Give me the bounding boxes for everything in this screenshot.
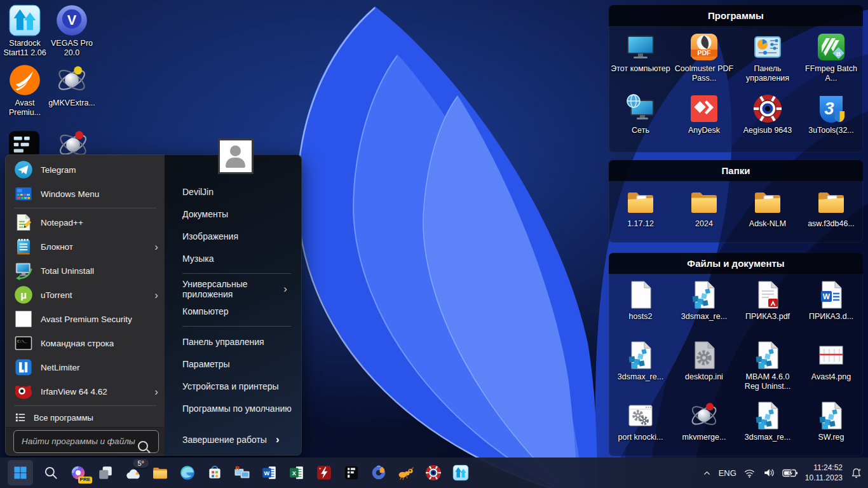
fence-item[interactable]: desktop.ini — [674, 340, 735, 400]
fence-item[interactable]: SW.reg — [801, 400, 862, 456]
start-menu-item-netlimiter[interactable]: NetLimiter — [6, 355, 165, 379]
task-view-button[interactable] — [96, 461, 115, 484]
chevron-right-icon: › — [154, 386, 158, 397]
pdf-file-icon — [752, 280, 783, 310]
user-name-link[interactable]: DevilJin — [182, 180, 301, 203]
settings-link[interactable]: Параметры — [182, 353, 301, 375]
fence-item[interactable]: MBAM 4.6.0 Reg Uninst... — [737, 340, 798, 400]
fence-title[interactable]: Программы — [609, 5, 863, 26]
puzzle-app-icon — [370, 464, 387, 481]
desktop-icon-avast[interactable]: Avast Premiu... — [0, 64, 50, 118]
fence-item[interactable]: ПРИКАЗ.pdf — [737, 280, 798, 340]
divider — [14, 405, 156, 406]
shutdown-button[interactable]: Завершение работы› — [182, 434, 280, 445]
word-icon — [261, 464, 278, 481]
fence-item[interactable]: 3dsmax_re... — [610, 340, 671, 400]
wifi-icon[interactable] — [743, 467, 756, 479]
fence-item[interactable]: 3dsmax_re... — [674, 280, 735, 340]
start-menu-item-irfanview[interactable]: IrfanView 64 4.62› — [6, 379, 165, 403]
search-input[interactable] — [13, 430, 159, 453]
tray-chevron-up-icon[interactable] — [702, 468, 712, 478]
fence-item[interactable]: hosts2 — [610, 280, 671, 340]
fence-item[interactable]: asw.f3db46... — [801, 187, 862, 243]
start-menu-item-notepad[interactable]: Блокнот› — [6, 234, 165, 259]
ant-icon — [398, 464, 414, 481]
radmin-button[interactable] — [233, 461, 252, 484]
music-link[interactable]: Музыка — [182, 247, 301, 269]
fence-item[interactable]: AnyDesk — [674, 93, 735, 152]
battery-icon[interactable] — [782, 468, 798, 478]
volume-icon[interactable] — [763, 466, 775, 479]
clock[interactable]: 11:24:52 10.11.2023 — [805, 463, 843, 483]
desktop-icon-start11[interactable]: Stardock Start11 2.06 — [0, 4, 50, 58]
lightning-app-icon — [316, 464, 332, 481]
start-menu-item-total-uninstall[interactable]: Total Uninstall — [6, 259, 165, 283]
start-menu-item-avast[interactable]: Avast Premium Security — [6, 307, 165, 331]
fence-item[interactable]: Этот компьютер — [610, 32, 671, 93]
fences-button[interactable] — [342, 461, 361, 484]
fence-item[interactable]: 2024 — [674, 187, 735, 243]
folder-icon — [625, 187, 656, 217]
user-avatar[interactable] — [218, 139, 254, 174]
fences-icon — [343, 464, 360, 481]
weather-temp-badge: 5° — [133, 459, 149, 468]
fence-item[interactable]: 3uTools(32... — [801, 93, 862, 152]
notepad-plus-icon — [14, 213, 33, 232]
computer-link[interactable]: Компьютер — [182, 300, 301, 322]
taskbar-search-button[interactable] — [41, 461, 60, 484]
fence-title[interactable]: Файлы и документы — [609, 253, 863, 274]
fence-title[interactable]: Папки — [609, 160, 863, 181]
fence-item[interactable]: Avast4.png — [801, 340, 862, 400]
start-menu-item-telegram[interactable]: Telegram — [6, 158, 165, 182]
netlimiter-icon — [14, 358, 33, 377]
fence-item[interactable]: ПРИКАЗ.d... — [801, 280, 862, 340]
universal-apps-link[interactable]: Универсальные приложения› — [182, 278, 301, 300]
aegisub-button[interactable] — [424, 461, 443, 484]
control-panel-link[interactable]: Панель управления — [182, 330, 301, 353]
start-menu-item-windows-menu[interactable]: Windows Menu — [6, 182, 165, 206]
fence-item[interactable]: Панель управления — [737, 32, 798, 93]
edge-button[interactable] — [178, 461, 197, 484]
fence-item[interactable]: mkvmerge... — [674, 400, 735, 456]
notification-bell-icon[interactable] — [850, 466, 863, 480]
all-programs-button[interactable]: Все программы — [6, 408, 165, 427]
document-icon — [625, 280, 656, 310]
pictures-link[interactable]: Изображения — [182, 225, 301, 247]
fence-item[interactable]: Coolmuster PDF Pass... — [674, 32, 735, 93]
radmin-icon — [234, 464, 250, 481]
folder-icon — [689, 187, 719, 217]
fence-item[interactable]: port knocki... — [610, 400, 671, 456]
start-menu-item-utorrent[interactable]: uTorrent› — [6, 283, 165, 307]
fence-item[interactable]: Aegisub 9643 — [737, 93, 798, 152]
start-menu-item-cmd[interactable]: Командная строка — [6, 331, 165, 355]
all-programs-icon — [14, 411, 27, 424]
excel-button[interactable] — [287, 461, 306, 484]
weather-widget-button[interactable]: 5° — [123, 461, 142, 484]
copilot-button[interactable]: PRE — [69, 461, 88, 484]
word-button[interactable] — [260, 461, 279, 484]
fence-item[interactable]: 3dsmax_re... — [737, 400, 798, 456]
total-uninstall-icon — [14, 261, 33, 280]
aegisub-icon — [752, 93, 783, 124]
flashget-button[interactable] — [397, 461, 416, 484]
start11-button[interactable] — [451, 461, 470, 484]
lightning-app-button[interactable] — [315, 461, 334, 484]
language-indicator[interactable]: ENG — [719, 468, 736, 478]
gmkvextract-icon — [55, 64, 88, 97]
desktop-icon-vegas[interactable]: VEGAS Pro 20.0 — [47, 4, 97, 58]
puzzle-app-button[interactable] — [369, 461, 388, 484]
devices-printers-link[interactable]: Устройства и принтеры — [182, 375, 301, 397]
fence-item[interactable]: 1.17.12 — [610, 187, 671, 243]
desktop-icon-gmkvextract[interactable]: gMKVExtra... — [47, 64, 97, 108]
start-menu-item-notepad-plus[interactable]: Notepad++ — [6, 210, 165, 234]
file-explorer-button[interactable] — [151, 461, 170, 484]
fence-item[interactable]: FFmpeg Batch A... — [801, 32, 862, 93]
documents-link[interactable]: Документы — [182, 203, 301, 225]
fence-item[interactable]: Adsk-NLM — [737, 187, 798, 243]
clock-time: 11:24:52 — [805, 463, 843, 473]
search-icon[interactable] — [138, 441, 148, 451]
start-button[interactable] — [8, 460, 33, 485]
fence-item[interactable]: Сеть — [610, 93, 671, 152]
microsoft-store-button[interactable] — [205, 461, 224, 484]
default-programs-link[interactable]: Программы по умолчанию — [182, 397, 301, 419]
